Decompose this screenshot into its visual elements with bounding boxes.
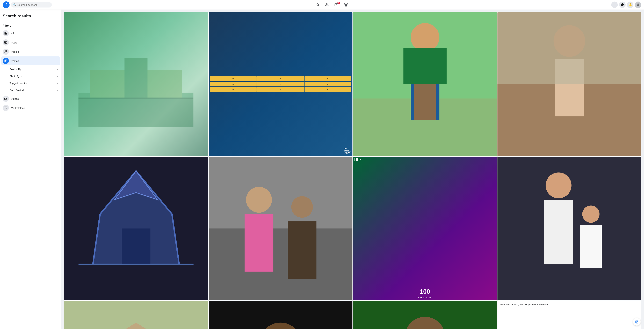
nav-home-button[interactable] [313, 2, 322, 8]
facebook-logo[interactable]: f [3, 1, 10, 8]
filter-all[interactable]: All [1, 29, 60, 38]
photo-item-12[interactable]: Never trust anyone, turn this picture up… [498, 301, 641, 329]
svg-point-26 [410, 23, 440, 52]
svg-rect-28 [414, 84, 436, 120]
photo-image-10 [209, 301, 352, 329]
svg-rect-49 [580, 225, 602, 268]
photo-image-3 [353, 12, 497, 156]
svg-rect-7 [6, 32, 7, 33]
page-layout: Search results Filters All Posts [0, 9, 644, 329]
filter-marketplace[interactable]: Marketplace [1, 103, 60, 112]
svg-point-46 [546, 172, 572, 198]
svg-rect-9 [6, 33, 7, 34]
svg-point-0 [326, 3, 327, 4]
photo-type-label: Photo Type [10, 75, 22, 77]
photo-item-11[interactable]: BREAKING NEWS FROM [353, 301, 497, 329]
sidebar: Search results Filters All Posts [0, 9, 62, 329]
photo-image-9 [64, 301, 208, 329]
svg-rect-20 [124, 58, 148, 98]
photo-type-filter[interactable]: Photo Type [1, 73, 60, 80]
photos-filter-label: Photos [11, 59, 19, 62]
svg-rect-8 [4, 33, 6, 34]
nav-friends-button[interactable] [323, 2, 331, 8]
photo-image-11: BREAKING NEWS FROM [353, 301, 497, 329]
photo-image-6 [209, 157, 352, 300]
notifications-button[interactable]: 🔔 [627, 1, 634, 8]
svg-rect-47 [544, 200, 573, 264]
photo-item-1[interactable] [64, 12, 208, 156]
nav-center: 6 [52, 2, 611, 8]
posts-filter-icon [3, 39, 9, 45]
photo-image-4 [498, 12, 641, 156]
photo-image-5 [64, 157, 208, 300]
videos-filter-icon [3, 96, 9, 102]
photo-image-7: ICC 100 BABAR AZAM [353, 157, 497, 300]
tagged-location-chevron [57, 83, 58, 84]
svg-point-5 [637, 3, 639, 5]
photo-item-7[interactable]: ICC 100 BABAR AZAM [353, 157, 497, 300]
tagged-location-label: Tagged Location [10, 82, 28, 84]
filter-photos[interactable]: Photos [1, 56, 60, 65]
posted-by-filter[interactable]: Posted By [1, 66, 60, 73]
people-filter-icon [3, 48, 9, 55]
svg-rect-21 [78, 98, 194, 127]
photo-item-6[interactable] [209, 157, 352, 300]
photo-item-2[interactable]: 89 88 87 87 86 86 85 85 84 FIFA 23Rating… [209, 12, 352, 156]
photo-item-4[interactable] [498, 12, 641, 156]
filter-posts[interactable]: Posts [1, 38, 60, 47]
nav-right: ⋯ 🔔 [611, 1, 641, 8]
photo-grid: 89 88 87 87 86 86 85 85 84 FIFA 23Rating… [64, 12, 641, 329]
svg-rect-40 [209, 228, 352, 300]
photos-filter-icon [3, 58, 9, 64]
svg-rect-27 [403, 48, 446, 84]
svg-point-48 [582, 205, 600, 223]
date-posted-chevron [57, 90, 58, 91]
svg-point-15 [5, 60, 6, 60]
photo-item-9[interactable] [64, 301, 208, 329]
nav-watch-button[interactable]: 6 [332, 2, 340, 8]
top-navigation: f 🔍 6 [0, 0, 644, 9]
photo-item-8[interactable] [498, 157, 641, 300]
posted-by-label: Posted By [10, 68, 21, 71]
nav-marketplace-button[interactable] [342, 2, 350, 8]
messenger-button[interactable] [619, 1, 626, 8]
svg-rect-16 [4, 98, 6, 100]
all-filter-label: All [11, 32, 14, 35]
svg-point-13 [5, 51, 6, 51]
logo-letter: f [6, 2, 7, 7]
marketplace-filter-icon [3, 105, 9, 111]
svg-rect-33 [498, 12, 641, 84]
marketplace-filter-label: Marketplace [11, 106, 25, 109]
svg-rect-37 [122, 228, 150, 264]
photo-image-1 [64, 12, 208, 156]
photo-item-5[interactable] [64, 157, 208, 300]
search-bar-container[interactable]: 🔍 [11, 2, 52, 7]
filter-people[interactable]: People [1, 47, 60, 56]
search-icon: 🔍 [13, 3, 16, 6]
people-filter-label: People [11, 50, 19, 53]
text-card-content: Never trust anyone, turn this picture up… [500, 303, 639, 306]
tagged-location-filter[interactable]: Tagged Location [1, 80, 60, 87]
photo-image-8 [498, 157, 641, 300]
svg-rect-44 [288, 221, 316, 279]
date-posted-filter[interactable]: Date Posted [1, 87, 60, 94]
edit-fab-button[interactable] [633, 318, 640, 326]
photo-item-10[interactable] [209, 301, 352, 329]
photo-type-chevron [57, 76, 58, 77]
posted-by-chevron [57, 69, 58, 70]
svg-point-41 [246, 187, 272, 213]
watch-badge: 6 [338, 2, 340, 4]
page-title: Search results [1, 12, 60, 20]
grid-menu-button[interactable]: ⋯ [611, 1, 618, 8]
svg-rect-6 [4, 32, 6, 33]
svg-marker-17 [6, 98, 7, 100]
photo-item-3[interactable] [353, 12, 497, 156]
posts-filter-label: Posts [11, 41, 18, 44]
svg-point-43 [291, 196, 313, 218]
photo-image-12: Never trust anyone, turn this picture up… [498, 301, 641, 329]
filter-videos[interactable]: Videos [1, 94, 60, 103]
svg-marker-2 [336, 4, 337, 5]
search-input[interactable] [18, 3, 48, 6]
user-avatar[interactable] [635, 1, 641, 8]
videos-filter-label: Videos [11, 97, 19, 100]
